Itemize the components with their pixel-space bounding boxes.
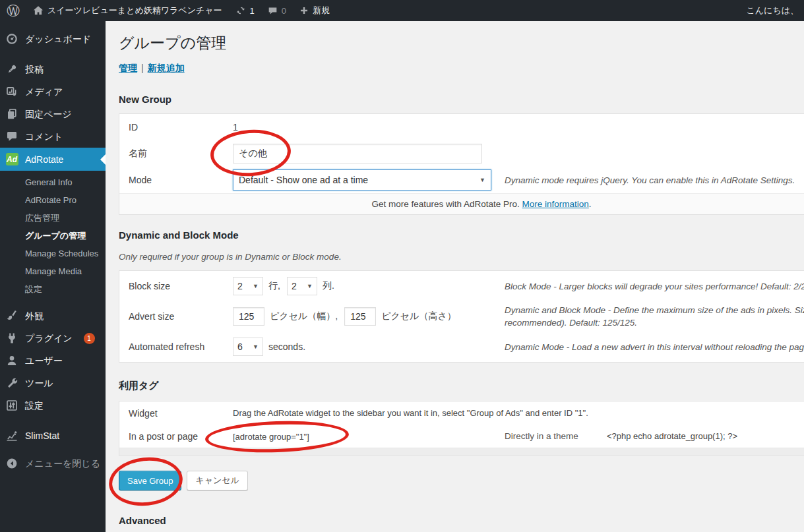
- mode-row: Mode Default - Show one ad at a time ▼ D…: [119, 167, 804, 193]
- theme-code: <?php echo adrotate_group(1); ?>: [607, 430, 737, 442]
- sidebar-item-label: メニューを閉じる: [25, 458, 100, 469]
- block-cols-select[interactable]: 2 ▼: [287, 277, 317, 295]
- sidebar-item-label: メディア: [25, 86, 63, 98]
- mode-select-value: Default - Show one ad at a time: [239, 175, 368, 185]
- pro-upsell-period: .: [589, 199, 592, 209]
- update-icon: [235, 5, 246, 16]
- sidebar-item-slimstat[interactable]: SlimStat: [0, 425, 106, 447]
- manage-link[interactable]: 管理: [119, 63, 137, 73]
- refresh-interval-value: 6: [237, 341, 243, 352]
- appearance-icon: [5, 310, 18, 322]
- sidebar-item-media[interactable]: メディア: [0, 80, 106, 103]
- sidebar-item-settings[interactable]: 設定: [0, 394, 106, 417]
- site-name: スイーツレビューまとめ妖精ワラベンチャー: [47, 5, 222, 16]
- add-new-link[interactable]: 新規追加: [148, 63, 185, 73]
- page-title: グループの管理: [119, 34, 804, 53]
- submenu-item-general-info[interactable]: General Info: [0, 173, 106, 191]
- wordpress-logo-menu[interactable]: Ⓦ: [0, 0, 26, 21]
- sidebar-item-dashboard[interactable]: ダッシュボード: [0, 28, 106, 50]
- wordpress-admin-screen: Ⓦ スイーツレビューまとめ妖精ワラベンチャー 1 0: [0, 0, 804, 532]
- block-size-label: Block size: [119, 281, 233, 291]
- sidebar-item-plugins[interactable]: プラグイン 1: [0, 327, 106, 349]
- sidebar-item-label: 固定ページ: [25, 108, 72, 120]
- form-actions: Save Group キャンセル: [119, 471, 804, 490]
- name-label: 名前: [119, 148, 233, 160]
- sidebar-item-pages[interactable]: 固定ページ: [0, 103, 106, 125]
- pages-icon: [5, 108, 18, 120]
- advert-width-input[interactable]: [233, 307, 264, 326]
- dynamic-block-heading: Dynamic and Block Mode: [119, 229, 804, 241]
- page-nav-links: 管理|新規追加: [119, 63, 804, 74]
- submenu-item-ad-management[interactable]: 広告管理: [0, 209, 106, 227]
- advert-size-note: Dynamic and Block Mode - Define the maxi…: [505, 304, 804, 329]
- howdy-greeting[interactable]: こんにちは、: [746, 5, 804, 16]
- block-cols-suffix: 列.: [323, 280, 334, 292]
- advert-height-input[interactable]: [344, 307, 376, 326]
- adrotate-icon: Ad: [5, 153, 18, 165]
- new-content-menu[interactable]: 新規: [293, 0, 336, 21]
- automated-refresh-label: Automated refresh: [119, 341, 233, 352]
- sidebar-item-collapse-menu[interactable]: メニューを閉じる: [0, 452, 106, 475]
- sidebar-item-adrotate[interactable]: Ad AdRotate: [0, 148, 106, 171]
- block-rows-select[interactable]: 2 ▼: [233, 277, 263, 295]
- submenu-item-adrotate-settings[interactable]: 設定: [0, 280, 106, 298]
- adrotate-submenu: General Info AdRotate Pro 広告管理 グループの管理 M…: [0, 171, 106, 305]
- sidebar-item-posts[interactable]: 投稿: [0, 58, 106, 80]
- main-content: グループの管理 管理|新規追加 New Group ID 1 名前 Mode: [106, 21, 804, 532]
- sidebar-item-comments[interactable]: コメント: [0, 125, 106, 148]
- usage-panel: Widget Drag the AdRotate widget to the s…: [119, 401, 804, 456]
- group-name-input[interactable]: [233, 144, 482, 163]
- usage-tags-heading: 利用タグ: [119, 380, 804, 392]
- submenu-item-manage-schedules[interactable]: Manage Schedules: [0, 245, 106, 262]
- save-group-button[interactable]: Save Group: [119, 471, 181, 490]
- sidebar-item-label: ツール: [25, 377, 53, 389]
- shortcode-row: In a post or page [adrotate group="1"] D…: [119, 425, 804, 448]
- sidebar-item-label: プラグイン: [25, 332, 73, 344]
- sidebar-item-label: AdRotate: [25, 154, 63, 165]
- dynamic-block-subtext: Only required if your group is in Dynami…: [119, 252, 804, 262]
- submenu-item-adrotate-pro[interactable]: AdRotate Pro: [0, 191, 106, 209]
- menu-separator: [0, 50, 106, 58]
- sidebar-item-tools[interactable]: ツール: [0, 372, 106, 394]
- nav-separator: |: [141, 63, 144, 73]
- sidebar-item-appearance[interactable]: 外観: [0, 305, 106, 327]
- select-arrow-icon: ▼: [253, 343, 259, 350]
- cancel-button[interactable]: キャンセル: [187, 471, 248, 490]
- sidebar-item-users[interactable]: ユーザー: [0, 349, 106, 372]
- dashboard-icon: [5, 33, 18, 45]
- new-group-heading: New Group: [119, 94, 804, 105]
- select-arrow-icon: ▼: [253, 283, 259, 289]
- comment-bubble-icon: [268, 6, 278, 16]
- current-menu-arrow: [100, 154, 106, 165]
- visit-site-link[interactable]: スイーツレビューまとめ妖精ワラベンチャー: [26, 0, 229, 21]
- comments-menu[interactable]: 0: [261, 0, 293, 21]
- advert-size-note-line1: Dynamic and Block Mode - Define the maxi…: [505, 304, 804, 316]
- advert-width-suffix: ピクセル（幅）,: [270, 310, 338, 322]
- widget-row: Widget Drag the AdRotate widget to the s…: [119, 401, 804, 425]
- mode-label: Mode: [119, 175, 233, 185]
- slimstat-icon: [5, 430, 18, 442]
- select-arrow-icon: ▼: [307, 283, 313, 289]
- media-icon: [5, 86, 18, 98]
- updates-menu[interactable]: 1: [229, 0, 261, 21]
- theme-label: Directly in a theme: [505, 430, 607, 442]
- refresh-suffix: seconds.: [268, 341, 305, 352]
- pro-upsell-footer: Get more features with AdRotate Pro. Mor…: [119, 193, 804, 214]
- widget-label: Widget: [119, 408, 233, 419]
- submenu-item-group-management[interactable]: グループの管理: [0, 227, 106, 245]
- plugins-update-badge: 1: [84, 333, 95, 344]
- advert-size-row: Advert size ピクセル（幅）, ピクセル（高さ） Dynamic an…: [119, 301, 804, 332]
- more-information-link[interactable]: More information: [522, 199, 589, 209]
- home-icon: [33, 5, 44, 16]
- sidebar-item-label: コメント: [25, 131, 63, 142]
- mode-note: Dynamic mode requires jQuery. You can en…: [505, 174, 804, 187]
- sidebar-item-label: ダッシュボード: [25, 33, 91, 45]
- refresh-interval-select[interactable]: 6 ▼: [233, 338, 263, 356]
- new-group-panel: ID 1 名前 Mode Default - Show one ad at a …: [119, 113, 804, 215]
- sidebar-item-label: ユーザー: [25, 355, 63, 367]
- mode-select[interactable]: Default - Show one ad at a time ▼: [233, 169, 491, 191]
- submenu-item-manage-media[interactable]: Manage Media: [0, 262, 106, 280]
- new-label: 新規: [313, 5, 330, 16]
- comments-icon: [5, 131, 18, 142]
- users-icon: [5, 355, 18, 367]
